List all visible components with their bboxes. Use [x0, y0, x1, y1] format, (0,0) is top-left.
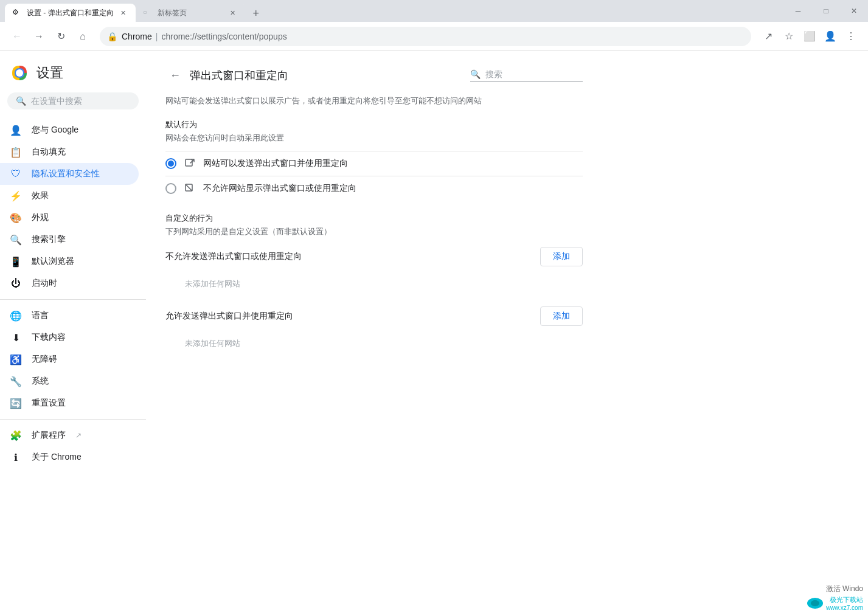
- forward-button[interactable]: →: [29, 27, 49, 46]
- address-bar[interactable]: 🔒 Chrome | chrome://settings/content/pop…: [100, 27, 751, 46]
- block-section: 不允许发送弹出式窗口或使用重定向 添加 未添加任何网站: [165, 247, 583, 297]
- custom-behavior-desc: 下列网站采用的是自定义设置（而非默认设置）: [165, 226, 583, 237]
- tab-settings[interactable]: ⚙ 设置 - 弹出式窗口和重定向 ✕: [5, 4, 136, 22]
- sidebar-item-default-browser[interactable]: 📱 默认浏览器: [0, 251, 139, 272]
- option-block-popups[interactable]: 不允许网站显示弹出式窗口或使用重定向: [165, 176, 583, 201]
- window-controls: ─ □ ✕: [784, 0, 868, 22]
- tab-newtab[interactable]: ○ 新标签页 ✕: [136, 4, 245, 22]
- chrome-logo: [10, 63, 29, 83]
- nav-divider-2: [0, 419, 146, 420]
- sidebar-item-label: 效果: [32, 190, 49, 201]
- sidebar-item-autofill[interactable]: 📋 自动填充: [0, 141, 139, 163]
- sidebar-item-reset[interactable]: 🔄 重置设置: [0, 392, 139, 414]
- tab-settings-close[interactable]: ✕: [119, 8, 128, 18]
- block-empty-text: 未添加任何网站: [165, 271, 583, 297]
- sidebar-item-label: 外观: [32, 212, 49, 223]
- restore-button[interactable]: □: [812, 0, 840, 22]
- popup-block-icon: [184, 182, 196, 195]
- content-area: ← 弹出式窗口和重定向 🔍 网站可能会发送弹出式窗口以展示广告，或者使用重定向将…: [146, 51, 868, 616]
- new-tab-button[interactable]: +: [248, 5, 265, 22]
- sidebar-item-about[interactable]: ℹ 关于 Chrome: [0, 446, 139, 468]
- radio-allow-popups[interactable]: [165, 158, 176, 169]
- content-inner: ← 弹出式窗口和重定向 🔍 网站可能会发送弹出式窗口以展示广告，或者使用重定向将…: [146, 51, 602, 371]
- refresh-button[interactable]: ↻: [51, 27, 71, 46]
- tab-search-button[interactable]: ⬜: [800, 27, 819, 46]
- sidebar-item-label: 下载内容: [32, 332, 66, 343]
- home-button[interactable]: ⌂: [73, 27, 92, 46]
- back-button[interactable]: ←: [165, 66, 185, 85]
- autofill-icon: 📋: [10, 146, 22, 158]
- menu-button[interactable]: ⋮: [841, 27, 861, 46]
- search-icon: 🔍: [16, 96, 26, 106]
- sidebar-item-label: 关于 Chrome: [32, 452, 82, 463]
- address-site: Chrome: [122, 32, 152, 41]
- sidebar-item-language[interactable]: 🌐 语言: [0, 305, 139, 327]
- block-section-header: 不允许发送弹出式窗口或使用重定向 添加: [165, 247, 583, 266]
- allow-empty-text: 未添加任何网站: [165, 331, 583, 356]
- popup-allow-icon: [184, 157, 196, 170]
- search-engine-icon: 🔍: [10, 234, 22, 246]
- tab-list: ⚙ 设置 - 弹出式窗口和重定向 ✕ ○ 新标签页 ✕ +: [0, 0, 784, 22]
- minimize-button[interactable]: ─: [784, 0, 812, 22]
- sidebar-item-privacy[interactable]: 🛡 隐私设置和安全性: [0, 163, 139, 185]
- default-behavior-desc: 网站会在您访问时自动采用此设置: [165, 133, 583, 144]
- default-browser-icon: 📱: [10, 255, 22, 268]
- bookmark-button[interactable]: ☆: [779, 27, 799, 46]
- share-button[interactable]: ↗: [759, 27, 778, 46]
- sidebar-title: 设置: [36, 64, 63, 82]
- watermark-url: www.xz7.com: [826, 604, 863, 611]
- search-input-wrap[interactable]: 🔍: [7, 92, 139, 109]
- sidebar-item-label: 重置设置: [32, 398, 66, 409]
- page-search-input[interactable]: [485, 69, 583, 79]
- tab-newtab-title: 新标签页: [158, 8, 223, 18]
- sidebar-item-performance[interactable]: ⚡ 效果: [0, 185, 139, 207]
- custom-behavior-title: 自定义的行为: [165, 213, 583, 224]
- sidebar-item-download[interactable]: ⬇ 下载内容: [0, 327, 139, 348]
- allow-section-title: 允许发送弹出式窗口并使用重定向: [165, 311, 293, 322]
- back-button[interactable]: ←: [7, 27, 27, 46]
- sidebar-item-extensions[interactable]: 🧩 扩展程序 ↗: [0, 424, 139, 446]
- google-icon: 👤: [10, 124, 22, 136]
- system-icon: 🔧: [10, 375, 22, 387]
- performance-icon: ⚡: [10, 190, 22, 202]
- option-allow-label: 网站可以发送弹出式窗口并使用重定向: [203, 158, 348, 169]
- custom-section: 自定义的行为 下列网站采用的是自定义设置（而非默认设置） 不允许发送弹出式窗口或…: [165, 213, 583, 356]
- page-search: 🔍: [470, 69, 583, 82]
- address-content: Chrome | chrome://settings/content/popup…: [122, 32, 287, 41]
- block-add-button[interactable]: 添加: [540, 247, 583, 266]
- download-icon: ⬇: [10, 331, 22, 344]
- sidebar-item-startup[interactable]: ⏻ 启动时: [0, 272, 139, 294]
- sidebar-item-google[interactable]: 👤 您与 Google: [0, 119, 139, 141]
- sidebar-item-label: 扩展程序: [32, 430, 66, 441]
- profile-button[interactable]: 👤: [821, 27, 840, 46]
- sidebar-item-appearance[interactable]: 🎨 外观: [0, 207, 139, 229]
- accessibility-icon: ♿: [10, 353, 22, 365]
- svg-line-4: [186, 184, 192, 191]
- toolbar-actions: ↗ ☆ ⬜ 👤 ⋮: [759, 27, 861, 46]
- allow-add-button[interactable]: 添加: [540, 306, 583, 326]
- sidebar-header: 设置: [0, 56, 146, 88]
- watermark-logo: 极光下载站 www.xz7.com: [807, 595, 863, 611]
- sidebar-item-label: 语言: [32, 310, 49, 321]
- sidebar-item-accessibility[interactable]: ♿ 无障碍: [0, 348, 139, 370]
- sidebar-item-label: 搜索引擎: [32, 234, 66, 245]
- radio-block-popups[interactable]: [165, 183, 176, 194]
- nav-divider: [0, 299, 146, 300]
- allow-section: 允许发送弹出式窗口并使用重定向 添加 未添加任何网站: [165, 306, 583, 356]
- close-button[interactable]: ✕: [840, 0, 868, 22]
- tab-newtab-favicon: ○: [143, 8, 153, 18]
- tab-settings-title: 设置 - 弹出式窗口和重定向: [27, 8, 114, 18]
- search-input[interactable]: [31, 96, 130, 106]
- startup-icon: ⏻: [10, 277, 22, 289]
- svg-point-1: [16, 69, 23, 77]
- main-layout: 设置 🔍 👤 您与 Google 📋 自动填充 🛡 隐私设置和安全性: [0, 51, 868, 616]
- back-nav: ← 弹出式窗口和重定向 🔍: [165, 66, 583, 85]
- allow-section-header: 允许发送弹出式窗口并使用重定向 添加: [165, 306, 583, 326]
- tab-newtab-close[interactable]: ✕: [228, 8, 238, 18]
- sidebar-item-search[interactable]: 🔍 搜索引擎: [0, 229, 139, 251]
- option-allow-popups[interactable]: 网站可以发送弹出式窗口并使用重定向: [165, 151, 583, 176]
- sidebar-item-system[interactable]: 🔧 系统: [0, 370, 139, 392]
- watermark-site-name: 极光下载站: [826, 595, 863, 604]
- sidebar-item-label: 无障碍: [32, 354, 57, 365]
- address-url: chrome://settings/content/popups: [161, 32, 286, 41]
